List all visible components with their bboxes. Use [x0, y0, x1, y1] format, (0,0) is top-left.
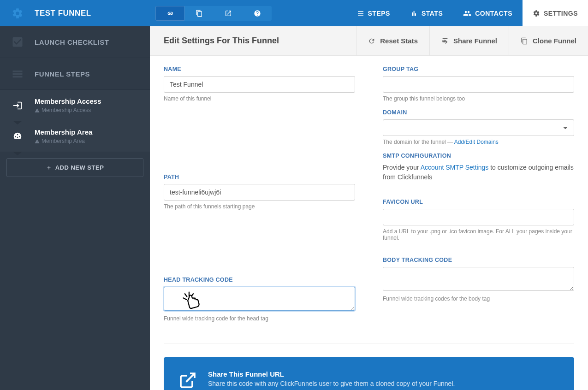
page-title: Edit Settings For This Funnel: [150, 36, 356, 46]
gear-icon[interactable]: [0, 7, 35, 19]
body-tracking-label: BODY TRACKING CODE: [383, 257, 574, 263]
domain-hint: The domain for the funnel — Add/Edit Dom…: [383, 139, 574, 145]
nav-contacts[interactable]: CONTACTS: [453, 0, 523, 26]
refresh-icon: [368, 37, 375, 45]
head-tracking-input[interactable]: [164, 287, 355, 311]
add-step-label: ADD NEW STEP: [55, 164, 104, 171]
chevron-down-icon: [13, 121, 22, 124]
sidebar-funnel-steps[interactable]: FUNNEL STEPS: [0, 58, 150, 90]
step-sub: Membership Access: [35, 107, 101, 113]
domain-label: DOMAIN: [383, 109, 574, 116]
header-nav: STEPS STATS CONTACTS SETTINGS: [347, 0, 588, 26]
sidebar-steps-list: Membership Access Membership Access Memb…: [0, 90, 150, 152]
add-edit-domains-link[interactable]: Add/Edit Domains: [454, 139, 499, 145]
chevron-down-icon: [13, 152, 22, 155]
chart-icon: [410, 10, 418, 17]
sidebar-step-membership-access[interactable]: Membership Access Membership Access: [0, 90, 150, 121]
menu-icon: [0, 67, 35, 80]
body-tracking-group: BODY TRACKING CODE Funnel wide tracking …: [383, 257, 574, 302]
add-new-step-button[interactable]: ADD NEW STEP: [6, 158, 143, 177]
name-input[interactable]: [164, 76, 355, 93]
group-tag-group: GROUP TAG The group this funnel belongs …: [383, 66, 574, 102]
smtp-group: SMTP CONFIGURATION Provide your Account …: [383, 153, 574, 182]
name-hint: Name of this funnel: [164, 95, 355, 102]
name-label: NAME: [164, 66, 355, 72]
content-area: Edit Settings For This Funnel Reset Stat…: [150, 26, 588, 390]
step-title: Membership Area: [35, 128, 92, 136]
sidebar: LAUNCH CHECKLIST FUNNEL STEPS Membership…: [0, 26, 150, 390]
warning-icon: [35, 139, 40, 144]
link-icon[interactable]: [155, 6, 184, 21]
nav-contacts-label: CONTACTS: [475, 10, 512, 17]
external-link-icon[interactable]: [214, 6, 243, 21]
path-hint: The path of this funnels starting page: [164, 203, 355, 210]
nav-settings-label: SETTINGS: [544, 10, 578, 17]
sidebar-funnel-steps-label: FUNNEL STEPS: [35, 70, 90, 78]
favicon-hint: Add a URL to your .png or .ico favicon i…: [383, 228, 574, 241]
step-title: Membership Access: [35, 97, 101, 105]
group-tag-hint: The group this funnel belongs too: [383, 95, 574, 102]
smtp-description: Provide your Account SMTP Settings to cu…: [383, 163, 574, 182]
smtp-label: SMTP CONFIGURATION: [383, 153, 574, 159]
gear-icon: [533, 10, 540, 17]
sidebar-launch-checklist[interactable]: LAUNCH CHECKLIST: [0, 26, 150, 58]
app-header: TEST FUNNEL STEPS STATS CONTACTS SET: [0, 0, 588, 26]
smtp-settings-link[interactable]: Account SMTP Settings: [421, 164, 489, 171]
settings-form: NAME Name of this funnel PATH The path o…: [150, 56, 588, 343]
domain-select[interactable]: [383, 119, 574, 136]
head-tracking-group: HEAD TRACKING CODE Funnel wide tracking …: [164, 277, 355, 322]
checklist-icon: [0, 35, 35, 48]
group-tag-input[interactable]: [383, 76, 574, 93]
path-label: PATH: [164, 174, 355, 180]
head-tracking-hint: Funnel wide tracking code for the head t…: [164, 315, 355, 322]
share-subtitle: Share this code with any ClickFunnels us…: [208, 380, 559, 387]
help-icon[interactable]: [243, 6, 272, 21]
nav-steps-label: STEPS: [368, 10, 390, 17]
copy-icon[interactable]: [184, 6, 214, 21]
path-input[interactable]: [164, 184, 355, 201]
users-icon: [463, 9, 471, 18]
clone-funnel-button[interactable]: Clone Funnel: [509, 26, 588, 55]
warning-icon: [35, 108, 40, 113]
header-toolbar: [155, 6, 272, 21]
body-tracking-input[interactable]: [383, 267, 574, 291]
nav-stats[interactable]: STATS: [400, 0, 453, 26]
share-icon: [441, 37, 449, 45]
sidebar-launch-label: LAUNCH CHECKLIST: [35, 38, 109, 46]
favicon-label: FAVICON URL: [383, 199, 574, 205]
share-funnel-box: Share This Funnel URL Share this code wi…: [164, 357, 574, 390]
sidebar-step-membership-area[interactable]: Membership Area Membership Area: [0, 121, 150, 152]
external-link-icon: [178, 371, 197, 390]
head-tracking-label: HEAD TRACKING CODE: [164, 277, 355, 283]
favicon-input[interactable]: [383, 209, 574, 225]
funnel-title: TEST FUNNEL: [35, 9, 150, 18]
list-icon: [357, 10, 364, 17]
share-funnel-button[interactable]: Share Funnel: [429, 26, 509, 55]
content-header: Edit Settings For This Funnel Reset Stat…: [150, 26, 588, 56]
plus-icon: [46, 165, 52, 171]
copy-icon: [521, 37, 528, 45]
login-icon: [0, 97, 35, 113]
nav-steps[interactable]: STEPS: [347, 0, 400, 26]
dashboard-icon: [0, 128, 35, 144]
group-tag-label: GROUP TAG: [383, 66, 574, 72]
path-field-group: PATH The path of this funnels starting p…: [164, 174, 355, 210]
step-sub: Membership Area: [35, 138, 92, 144]
nav-stats-label: STATS: [422, 10, 443, 17]
reset-stats-button[interactable]: Reset Stats: [356, 26, 429, 55]
body-tracking-hint: Funnel wide tracking codes for the body …: [383, 295, 574, 302]
domain-group: DOMAIN The domain for the funnel — Add/E…: [383, 109, 574, 145]
nav-settings[interactable]: SETTINGS: [523, 0, 588, 26]
name-field-group: NAME Name of this funnel: [164, 66, 355, 102]
share-title: Share This Funnel URL: [208, 370, 559, 378]
favicon-group: FAVICON URL Add a URL to your .png or .i…: [383, 199, 574, 241]
